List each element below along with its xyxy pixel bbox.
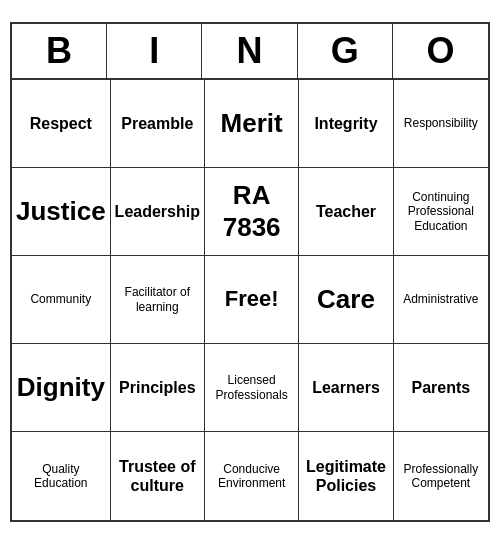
cell-text-15: Dignity bbox=[17, 372, 105, 403]
bingo-cell-20: Quality Education bbox=[12, 432, 111, 520]
cell-text-18: Learners bbox=[312, 378, 380, 397]
bingo-letter-N: N bbox=[202, 24, 297, 78]
bingo-header: BINGO bbox=[12, 24, 488, 80]
cell-text-2: Merit bbox=[221, 108, 283, 139]
bingo-cell-4: Responsibility bbox=[394, 80, 488, 168]
cell-text-10: Community bbox=[30, 292, 91, 306]
bingo-cell-24: Professionally Competent bbox=[394, 432, 488, 520]
bingo-cell-16: Principles bbox=[111, 344, 205, 432]
bingo-cell-19: Parents bbox=[394, 344, 488, 432]
cell-text-19: Parents bbox=[411, 378, 470, 397]
cell-text-22: Conducive Environment bbox=[209, 462, 294, 491]
cell-text-8: Teacher bbox=[316, 202, 376, 221]
bingo-cell-3: Integrity bbox=[299, 80, 393, 168]
bingo-cell-5: Justice bbox=[12, 168, 111, 256]
bingo-cell-13: Care bbox=[299, 256, 393, 344]
bingo-cell-12: Free! bbox=[205, 256, 299, 344]
cell-text-20: Quality Education bbox=[16, 462, 106, 491]
bingo-grid: RespectPreambleMeritIntegrityResponsibil… bbox=[12, 80, 488, 520]
cell-text-4: Responsibility bbox=[404, 116, 478, 130]
bingo-cell-23: Legitimate Policies bbox=[299, 432, 393, 520]
bingo-cell-14: Administrative bbox=[394, 256, 488, 344]
cell-text-24: Professionally Competent bbox=[398, 462, 484, 491]
cell-text-9: Continuing Professional Education bbox=[398, 190, 484, 233]
bingo-cell-7: RA 7836 bbox=[205, 168, 299, 256]
bingo-letter-B: B bbox=[12, 24, 107, 78]
cell-text-17: Licensed Professionals bbox=[209, 373, 294, 402]
cell-text-5: Justice bbox=[16, 196, 106, 227]
bingo-cell-10: Community bbox=[12, 256, 111, 344]
bingo-cell-17: Licensed Professionals bbox=[205, 344, 299, 432]
cell-text-0: Respect bbox=[30, 114, 92, 133]
cell-text-12: Free! bbox=[225, 286, 279, 312]
bingo-cell-9: Continuing Professional Education bbox=[394, 168, 488, 256]
cell-text-7: RA 7836 bbox=[209, 180, 294, 242]
cell-text-14: Administrative bbox=[403, 292, 478, 306]
cell-text-21: Trustee of culture bbox=[115, 457, 200, 495]
bingo-letter-I: I bbox=[107, 24, 202, 78]
cell-text-23: Legitimate Policies bbox=[303, 457, 388, 495]
cell-text-3: Integrity bbox=[314, 114, 377, 133]
cell-text-1: Preamble bbox=[121, 114, 193, 133]
bingo-cell-0: Respect bbox=[12, 80, 111, 168]
bingo-cell-18: Learners bbox=[299, 344, 393, 432]
bingo-letter-O: O bbox=[393, 24, 488, 78]
bingo-cell-22: Conducive Environment bbox=[205, 432, 299, 520]
bingo-card: BINGO RespectPreambleMeritIntegrityRespo… bbox=[10, 22, 490, 522]
bingo-cell-21: Trustee of culture bbox=[111, 432, 205, 520]
cell-text-13: Care bbox=[317, 284, 375, 315]
bingo-cell-11: Facilitator of learning bbox=[111, 256, 205, 344]
bingo-cell-8: Teacher bbox=[299, 168, 393, 256]
bingo-cell-1: Preamble bbox=[111, 80, 205, 168]
cell-text-11: Facilitator of learning bbox=[115, 285, 200, 314]
cell-text-16: Principles bbox=[119, 378, 195, 397]
bingo-letter-G: G bbox=[298, 24, 393, 78]
cell-text-6: Leadership bbox=[115, 202, 200, 221]
bingo-cell-2: Merit bbox=[205, 80, 299, 168]
bingo-cell-6: Leadership bbox=[111, 168, 205, 256]
bingo-cell-15: Dignity bbox=[12, 344, 111, 432]
